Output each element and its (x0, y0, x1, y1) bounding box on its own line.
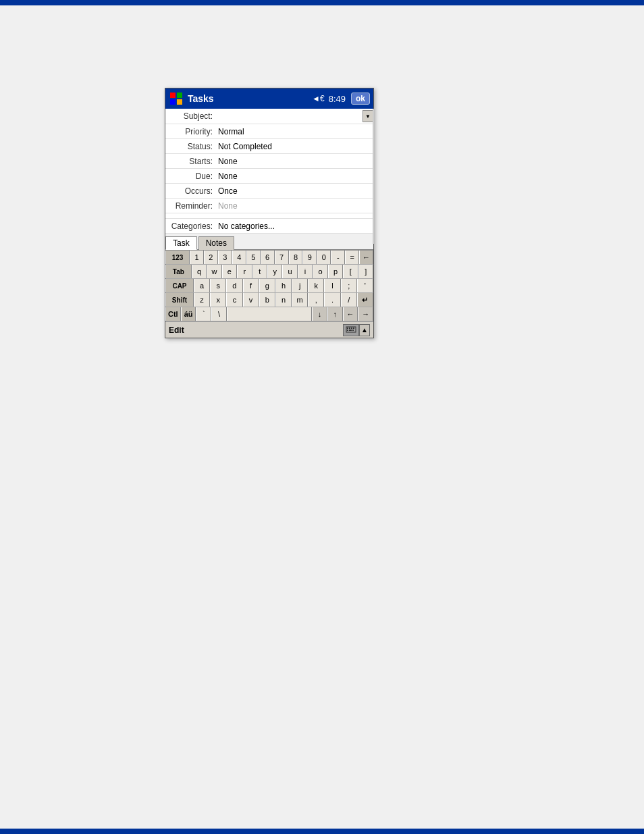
tab-notes[interactable]: Notes (198, 236, 234, 250)
occurs-label: Occurs: (165, 186, 216, 196)
key-comma[interactable]: , (308, 293, 324, 307)
priority-value[interactable]: Normal (216, 127, 373, 136)
key-v[interactable]: v (243, 293, 259, 307)
key-c[interactable]: c (226, 293, 242, 307)
key-8[interactable]: 8 (289, 251, 303, 264)
app-title: Tasks (188, 93, 312, 104)
key-backspace[interactable]: ← (359, 251, 373, 264)
key-123[interactable]: 123 (165, 251, 190, 264)
starts-label: Starts: (165, 157, 216, 166)
device-window: Tasks ◄€ 8:49 ok Subject: ▼ Priority: No… (165, 88, 374, 338)
key-up[interactable]: ↑ (327, 307, 343, 321)
scroll-indicator (373, 109, 374, 244)
title-bar: Tasks ◄€ 8:49 ok (165, 88, 373, 109)
key-9[interactable]: 9 (302, 251, 317, 264)
key-z[interactable]: z (194, 293, 210, 307)
key-down[interactable]: ↓ (312, 307, 327, 321)
categories-value[interactable]: No categories... (216, 221, 373, 231)
key-d[interactable]: d (226, 279, 242, 292)
key-semicolon[interactable]: ; (341, 279, 357, 292)
key-space[interactable] (227, 307, 312, 321)
key-k[interactable]: k (308, 279, 324, 292)
subject-input[interactable] (216, 111, 363, 121)
key-6[interactable]: 6 (261, 251, 275, 264)
form-area: Subject: ▼ Priority: Normal Status: Not … (165, 109, 373, 234)
top-bar (0, 0, 644, 5)
kb-row-zxcv: Shift z x c v b n m , . / ↵ (165, 293, 373, 307)
svg-rect-6 (349, 328, 350, 329)
key-t[interactable]: t (252, 265, 267, 278)
subject-dropdown[interactable]: ▼ (363, 110, 373, 122)
key-4[interactable]: 4 (232, 251, 246, 264)
key-minus[interactable]: - (331, 251, 345, 264)
key-e[interactable]: e (222, 265, 237, 278)
key-shift[interactable]: Shift (165, 293, 194, 307)
key-right[interactable]: → (358, 307, 373, 321)
key-equals[interactable]: = (345, 251, 359, 264)
key-backslash[interactable]: \ (211, 307, 227, 321)
bottom-toolbar: Edit ▲ (165, 321, 373, 338)
due-value[interactable]: None (216, 172, 373, 181)
key-p[interactable]: p (328, 265, 343, 278)
status-label: Status: (165, 142, 216, 151)
key-o[interactable]: o (313, 265, 327, 278)
svg-rect-9 (347, 330, 348, 331)
key-tab[interactable]: Tab (165, 265, 192, 278)
edit-label: Edit (169, 325, 343, 335)
categories-row: Categories: No categories... (165, 219, 373, 234)
key-u[interactable]: u (282, 265, 297, 278)
key-j[interactable]: j (292, 279, 308, 292)
key-b[interactable]: b (259, 293, 275, 307)
key-open-bracket[interactable]: [ (343, 265, 358, 278)
svg-rect-5 (347, 328, 348, 329)
key-left[interactable]: ← (343, 307, 358, 321)
key-x[interactable]: x (210, 293, 226, 307)
key-caps[interactable]: CAP (165, 279, 194, 292)
key-ctrl[interactable]: Ctl (165, 307, 181, 321)
key-enter[interactable]: ↵ (357, 293, 373, 307)
scroll-up-button[interactable]: ▲ (359, 324, 370, 336)
status-value[interactable]: Not Completed (216, 142, 373, 151)
key-2[interactable]: 2 (204, 251, 218, 264)
key-close-bracket[interactable]: ] (358, 265, 373, 278)
svg-rect-0 (170, 93, 176, 98)
due-row: Due: None (165, 169, 373, 184)
key-intl[interactable]: áü (181, 307, 196, 321)
starts-value[interactable]: None (216, 157, 373, 166)
key-y[interactable]: y (267, 265, 282, 278)
key-i[interactable]: i (298, 265, 313, 278)
occurs-value[interactable]: Once (216, 186, 373, 196)
key-r[interactable]: r (237, 265, 252, 278)
ok-button[interactable]: ok (351, 93, 370, 105)
key-quote[interactable]: ' (357, 279, 373, 292)
key-f[interactable]: f (243, 279, 259, 292)
key-backtick[interactable]: ` (196, 307, 211, 321)
key-s[interactable]: s (210, 279, 226, 292)
key-0[interactable]: 0 (317, 251, 331, 264)
keyboard-toggle-icon[interactable] (343, 324, 359, 336)
tab-task[interactable]: Task (165, 236, 197, 250)
key-5[interactable]: 5 (246, 251, 261, 264)
windows-logo (169, 91, 184, 106)
key-7[interactable]: 7 (275, 251, 289, 264)
key-h[interactable]: h (275, 279, 292, 292)
key-n[interactable]: n (275, 293, 292, 307)
reminder-value[interactable]: None (216, 201, 373, 211)
key-g[interactable]: g (259, 279, 275, 292)
kb-row-qwerty: Tab q w e r t y u i o p [ ] (165, 265, 373, 279)
key-w[interactable]: w (207, 265, 221, 278)
key-q[interactable]: q (192, 265, 207, 278)
key-3[interactable]: 3 (218, 251, 232, 264)
key-m[interactable]: m (292, 293, 308, 307)
key-l[interactable]: l (324, 279, 340, 292)
starts-row: Starts: None (165, 154, 373, 169)
spacer-row (165, 213, 373, 219)
key-a[interactable]: a (194, 279, 210, 292)
key-1[interactable]: 1 (190, 251, 204, 264)
key-slash[interactable]: / (341, 293, 357, 307)
kb-row-numbers: 123 1 2 3 4 5 6 7 8 9 0 - = ← (165, 251, 373, 265)
key-period[interactable]: . (324, 293, 340, 307)
reminder-label: Reminder: (165, 201, 216, 211)
priority-row: Priority: Normal (165, 124, 373, 139)
svg-rect-7 (351, 328, 352, 329)
